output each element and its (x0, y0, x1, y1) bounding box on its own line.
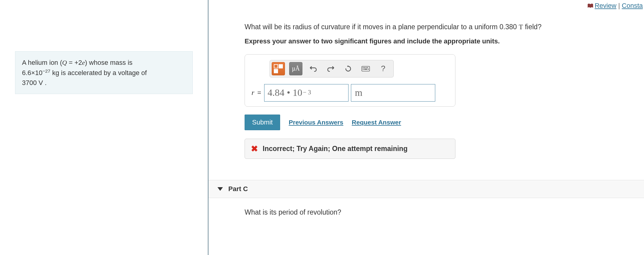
review-link[interactable]: Review (595, 2, 616, 9)
answer-variable: r (252, 89, 254, 97)
keyboard-button[interactable] (359, 62, 372, 75)
reset-icon (345, 65, 352, 72)
value-main: 4.84 • 10 (267, 87, 302, 98)
part-c-question: What is its period of revolution? (245, 208, 644, 216)
part-c-header[interactable]: Part C (208, 180, 644, 198)
incorrect-icon: ✖ (251, 144, 258, 154)
top-links: Review | Consta (208, 0, 644, 13)
svg-rect-2 (364, 67, 365, 68)
unit-value: m (355, 87, 362, 98)
constants-link[interactable]: Consta (622, 2, 643, 9)
help-icon: ? (381, 64, 385, 73)
undo-icon (310, 66, 317, 72)
redo-icon (327, 66, 334, 72)
q-pre: What will be its radius of curvature if … (245, 23, 519, 31)
units-label: µÅ (292, 65, 300, 72)
problem-e: e (82, 59, 85, 66)
answer-panel: µÅ ? (245, 54, 455, 107)
problem-mass-exp: −27 (42, 68, 50, 74)
q-T: T (519, 23, 523, 31)
answer-equals: = (257, 89, 261, 97)
help-button[interactable]: ? (377, 62, 390, 75)
redo-button[interactable] (324, 62, 337, 75)
value-input[interactable]: 4.84 • 10− 3 (264, 84, 349, 102)
action-row: Submit Previous Answers Request Answer (245, 115, 644, 130)
previous-answers-link[interactable]: Previous Answers (289, 119, 343, 126)
reset-button[interactable] (342, 62, 355, 75)
request-answer-link[interactable]: Request Answer (352, 119, 401, 126)
template-icon (274, 64, 283, 73)
problem-Q: Q (62, 59, 67, 66)
problem-line1-pre: A helium ion ( (22, 59, 62, 66)
question-instruction: Express your answer to two significant f… (245, 37, 644, 45)
unit-input[interactable]: m (351, 84, 435, 102)
answer-toolbar: µÅ ? (270, 60, 394, 77)
problem-voltage: 3700 V . (22, 79, 47, 87)
feedback-box: ✖ Incorrect; Try Again; One attempt rema… (245, 139, 455, 159)
units-button[interactable]: µÅ (289, 62, 302, 75)
svg-rect-1 (363, 67, 364, 68)
feedback-text: Incorrect; Try Again; One attempt remain… (263, 145, 408, 153)
svg-rect-4 (367, 67, 368, 68)
caret-down-icon (217, 187, 223, 191)
book-icon (587, 4, 593, 8)
answer-row: r = 4.84 • 10− 3 m (252, 84, 449, 102)
value-exp: − 3 (303, 89, 311, 96)
problem-line2-post: is accelerated by a voltage of (59, 69, 147, 77)
svg-rect-7 (368, 69, 369, 70)
problem-mass-val: 6.6×10 (22, 69, 42, 77)
svg-rect-5 (363, 69, 364, 70)
problem-statement: A helium ion (Q = +2e) whose mass is 6.6… (15, 51, 193, 94)
svg-rect-6 (364, 69, 367, 70)
top-sep: | (618, 2, 622, 9)
svg-rect-3 (366, 67, 367, 68)
problem-mass-unit: kg (50, 69, 59, 77)
problem-line1-mid: = +2 (67, 59, 82, 66)
keyboard-icon (361, 66, 370, 71)
submit-button[interactable]: Submit (245, 115, 280, 130)
undo-button[interactable] (307, 62, 320, 75)
template-button[interactable] (272, 62, 285, 75)
q-post: field? (523, 23, 541, 31)
problem-line1-post: ) whose mass is (85, 59, 133, 66)
question-text: What will be its radius of curvature if … (245, 22, 644, 33)
part-c-title: Part C (228, 185, 248, 193)
